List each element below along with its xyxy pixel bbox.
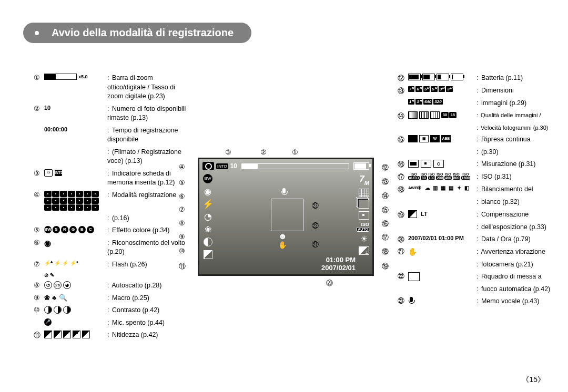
legend-row: ③▭ INTD: Indicatore scheda di memoria in…: [34, 169, 191, 188]
legend-number: ②: [34, 105, 44, 112]
legend-row: ⑯: Misurazione (p.31): [398, 160, 555, 169]
legend-description: : Misurazione (p.31): [476, 160, 535, 169]
legend-icon-cell: ▭ INTD: [44, 169, 107, 177]
callout-12: ⑫: [382, 163, 389, 172]
quality-icon: [359, 189, 369, 197]
legend-description: : Autoscatto (p.28): [107, 281, 161, 291]
macro-icon: ❀: [202, 224, 213, 234]
legend-row: : dell'esposizione (p.33): [398, 223, 555, 232]
legend-row: ⑬7ᴹ6ᴹ5ᴹ5ᴹ3ᴹ3ᴹ: Dimensioni: [398, 86, 555, 96]
legend-number: ⑱: [398, 185, 408, 194]
legend-description: : (p.30): [476, 148, 499, 157]
legend-row: ⑭3015: Qualità delle immagini /: [398, 111, 555, 121]
legend-row: ⑳2007/02/01 01:00 PM: Data / Ora (p.79): [398, 235, 555, 244]
page-number: 《15》: [522, 375, 545, 385]
legend-row: ⑤BWSRGBC: Effetto colore (p.34): [34, 226, 191, 235]
legend-description: : Riquadro di messa a: [476, 272, 542, 282]
callout-18: ⑱: [382, 247, 389, 256]
legend-description: : Riconoscimento del volto (p.20): [107, 239, 191, 257]
legend-row: ④▪▪▪▪▪▪▪▪▪▪▪▪▪▪▪▪▪▪▪▪▪: Modalità registr…: [34, 191, 191, 211]
battery-icon: [353, 162, 369, 170]
legend-number: ⑭: [398, 111, 408, 121]
legend-row: ⑨❀♣🔍: Macro (p.25): [34, 294, 191, 303]
legend-icon-cell: ◔2s◕: [44, 281, 107, 289]
sharpness-icon: [202, 250, 213, 259]
legend-icon-cell: 🎤: [44, 318, 107, 326]
legend-row: : fotocamera (p.21): [398, 260, 555, 270]
exposure-icon: [359, 246, 369, 255]
legend-row: ㉑✋: Avvertenza vibrazione: [398, 247, 555, 257]
legend-icon-cell: ⊘✎: [44, 272, 107, 278]
legend-description: : Macro (p.25): [107, 294, 149, 303]
legend-row: ⑱AWB☀☁▥▦▤✦◧: Bilanciamento del: [398, 185, 555, 194]
iso-icon: ISOAUTO: [357, 222, 369, 232]
legend-row: ⑪: Nitidezza (p.42): [34, 331, 191, 340]
legend-row: : fuoco automatica (p.42): [398, 285, 555, 294]
legend-row: : Velocità fotogrammi (p.30): [398, 124, 555, 132]
legend-right: ⑫: Batteria (p.11)⑬7ᴹ6ᴹ5ᴹ5ᴹ3ᴹ3ᴹ: Dimensi…: [398, 74, 555, 310]
legend-description: : Barra di zoom ottico/digitale / Tasso …: [107, 74, 191, 101]
lcd-datetime: 01:00 PM 2007/02/01: [321, 256, 356, 272]
legend-row: ⑰ISOAUTOISO80ISO100ISO200ISO400ISO800ISO…: [398, 172, 555, 182]
legend-description: : Modalità registrazione: [107, 191, 176, 200]
legend-number: ⑬: [398, 86, 408, 96]
legend-row: : bianco (p.32): [398, 198, 555, 207]
color-effect-icon: BW: [202, 174, 213, 183]
legend-icon-cell: 7ᴹ6ᴹ5ᴹ5ᴹ3ᴹ3ᴹ: [408, 86, 476, 92]
legend-number: ①: [34, 74, 44, 81]
callout-19: ⑲: [382, 262, 389, 271]
legend-number: ⑨: [34, 294, 44, 302]
legend-icon-cell: [408, 272, 476, 281]
page-title: Avvio della modalità di registrazione: [23, 23, 251, 43]
legend-icon-cell: ▣WAEB: [408, 135, 476, 142]
legend-description: : Qualità delle immagini /: [476, 111, 541, 119]
voice-memo-icon: [281, 188, 290, 198]
legend-row: ⑦⚡ᴬ⚡⚡⚡ˢ: Flash (p.26): [34, 260, 191, 270]
lcd-left-stack: BW ◉ ⚡ ◔ ❀: [202, 174, 213, 259]
drive-icon: [359, 200, 369, 209]
legend-number: ⑮: [398, 135, 408, 145]
legend-description: : immagini (p.29): [476, 99, 526, 108]
legend-description: : Numero di foto disponibili rimaste (p.…: [107, 105, 191, 123]
lcd-right-stack: 7M ISOAUTO ☀: [357, 174, 369, 255]
legend-description: : dell'esposizione (p.33): [476, 223, 546, 232]
legend-number: ⑯: [398, 160, 408, 169]
legend-description: : Ripresa continua: [476, 135, 531, 145]
callout-17: ⑰: [382, 233, 389, 242]
legend-row: ⊘✎: [34, 272, 191, 278]
mode-icon: [202, 162, 214, 170]
card-indicator: INTD: [216, 163, 228, 169]
legend-number: ⑥: [34, 239, 44, 246]
legend-row: 1ᴹ1ᴹ640320: immagini (p.29): [398, 99, 555, 108]
selftimer-icon: ◔: [202, 212, 213, 221]
legend-row: ②10: Numero di foto disponibili rimaste …: [34, 105, 191, 123]
legend-row: ⑫: Batteria (p.11): [398, 74, 555, 83]
lcd-preview: INTD 10 BW ◉ ⚡ ◔ ❀ 7M ISOAUTO ☀ ☻ ✋ 01:0…: [198, 158, 374, 276]
legend-icon-cell: [44, 331, 107, 338]
legend-row: ⑥◉: Riconoscimento del volto (p.20): [34, 239, 191, 257]
callout-14: ⑭: [382, 191, 389, 201]
legend-number: ⑳: [398, 235, 408, 244]
legend-icon-cell: 00:00:00: [44, 126, 107, 132]
legend-icon-cell: ◉: [44, 239, 107, 248]
legend-number: ⑫: [398, 74, 408, 83]
legend-description: : Dimensioni: [476, 86, 514, 96]
legend-row: ⑮▣WAEB: Ripresa continua: [398, 135, 555, 145]
callout-1: ①: [292, 148, 298, 156]
legend-icon-cell: ✋: [408, 247, 476, 256]
zoom-bar: [241, 163, 349, 169]
legend-description: : Batteria (p.11): [476, 74, 523, 83]
legend-description: : Flash (p.26): [107, 260, 147, 270]
legend-number: ⑲: [398, 210, 408, 220]
legend-row: : (p.30): [398, 148, 555, 157]
callout-15: ⑮: [382, 205, 389, 215]
callout-20: ⑳: [326, 278, 333, 288]
legend-row: ⑩: Contrasto (p.42): [34, 306, 191, 315]
legend-description: : Mic. spento (p.44): [107, 318, 165, 328]
legend-icon-cell: ❀♣🔍: [44, 294, 107, 302]
face-detect-icon: ◉: [202, 187, 213, 196]
legend-description: : Nitidezza (p.42): [107, 331, 158, 340]
callout-3: ③: [225, 148, 231, 156]
legend-row: ⑲LT: Compensazione: [398, 210, 555, 220]
legend-description: : bianco (p.32): [476, 198, 520, 207]
